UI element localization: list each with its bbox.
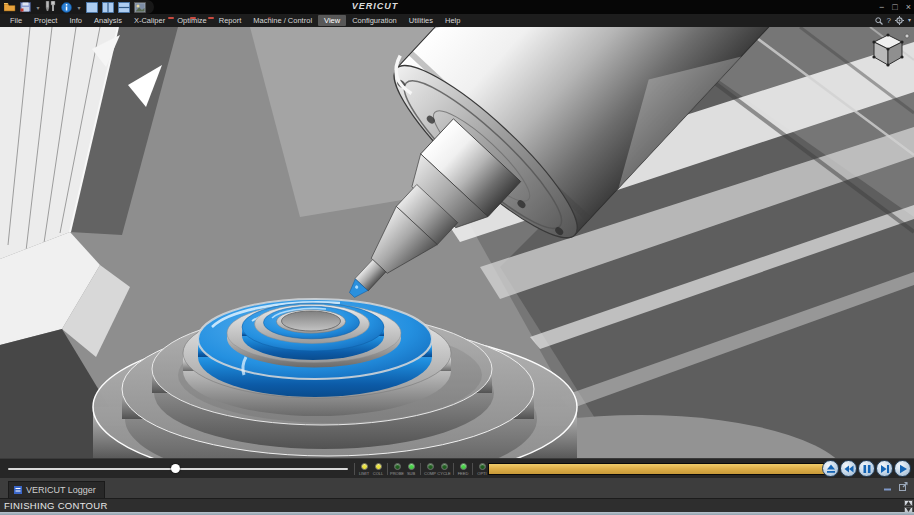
info-dropdown-icon[interactable]: ▾ <box>76 1 82 13</box>
indicator-cycle[interactable]: CYCLE <box>437 463 451 476</box>
menu-configuration[interactable]: Configuration <box>346 15 403 26</box>
layout-two-columns-icon[interactable] <box>101 1 114 13</box>
play-button[interactable] <box>894 460 911 477</box>
nc-program-progress-bar <box>488 463 828 475</box>
progress-fill <box>489 464 827 474</box>
tool-manager-icon[interactable] <box>44 1 57 13</box>
pause-button[interactable] <box>858 460 875 477</box>
layout-two-rows-icon[interactable] <box>117 1 130 13</box>
close-button[interactable]: × <box>906 0 911 14</box>
scroll-up-button[interactable] <box>904 500 913 506</box>
indicator-opti[interactable]: OPTI <box>475 463 489 476</box>
logger-icon <box>14 486 22 494</box>
menu-analysis[interactable]: Analysis <box>88 15 128 26</box>
error-tick <box>168 17 174 19</box>
error-tick <box>268 17 271 19</box>
menu-view[interactable]: View <box>318 15 346 26</box>
logger-panel-bar: VERICUT Logger <box>0 478 914 498</box>
menu-project[interactable]: Project <box>28 15 63 26</box>
indicator-comp[interactable]: COMP <box>423 463 437 476</box>
menu-x-caliper[interactable]: X-Caliper <box>128 15 171 26</box>
layout-single-view-icon[interactable] <box>85 1 98 13</box>
menu-file[interactable]: File <box>4 15 28 26</box>
menu-bar-right-icons: ? ▾ <box>875 14 911 27</box>
save-dropdown-icon[interactable]: ▾ <box>35 1 41 13</box>
capture-image-icon[interactable] <box>133 1 146 13</box>
window-controls: − □ × <box>879 0 911 14</box>
viewport-3d[interactable] <box>0 27 914 458</box>
timeline-slider[interactable] <box>8 468 348 470</box>
indicator-limit[interactable]: LIMIT <box>357 463 371 476</box>
transport-controls <box>822 460 911 477</box>
title-bar: ▾ ▾ VERICUT − □ × <box>0 0 914 14</box>
rewind-button[interactable] <box>840 460 857 477</box>
menu-machine-control[interactable]: Machine / Control <box>247 15 318 26</box>
search-icon[interactable] <box>875 17 883 25</box>
indicator-coll[interactable]: COLL <box>371 463 385 476</box>
minimize-button[interactable]: − <box>879 0 884 14</box>
playback-toolbar: LIMIT COLL PROBE SUB COMP CYCLE FEED OPT… <box>0 458 914 478</box>
info-icon[interactable] <box>60 1 73 13</box>
menu-bar: File Project Info Analysis X-Caliper Opt… <box>0 14 914 27</box>
chevron-down-icon[interactable]: ▾ <box>908 14 911 27</box>
open-project-icon[interactable] <box>3 1 16 13</box>
reset-button[interactable] <box>822 460 839 477</box>
status-bar: FINISHING CONTOUR <box>0 498 914 512</box>
status-scrollbar <box>904 500 913 512</box>
indicator-feed[interactable]: FEED <box>456 463 470 476</box>
help-icon[interactable]: ? <box>887 14 891 27</box>
menu-report[interactable]: Report <box>213 15 248 26</box>
menu-utilities[interactable]: Utilities <box>403 15 439 26</box>
vericut-window: ▾ ▾ VERICUT − □ × <box>0 0 914 515</box>
save-project-icon[interactable] <box>19 1 32 13</box>
vericut-logger-tab[interactable]: VERICUT Logger <box>8 481 105 498</box>
workpiece <box>183 299 451 416</box>
maximize-button[interactable]: □ <box>892 0 897 14</box>
quick-access-toolbar: ▾ ▾ <box>0 0 154 14</box>
error-tick <box>208 17 214 19</box>
error-tick <box>190 17 196 19</box>
menu-help[interactable]: Help <box>439 15 466 26</box>
single-step-button[interactable] <box>876 460 893 477</box>
menu-info[interactable]: Info <box>63 15 88 26</box>
status-indicators: LIMIT COLL PROBE SUB COMP CYCLE FEED OPT… <box>352 459 508 479</box>
indicator-sub[interactable]: SUB <box>404 463 418 476</box>
indicator-probe[interactable]: PROBE <box>390 463 404 476</box>
app-title: VERICUT <box>320 1 430 11</box>
logger-popout-icon[interactable] <box>899 482 908 491</box>
machine-simulation-scene <box>0 27 914 458</box>
timeline-slider-handle[interactable] <box>171 464 180 473</box>
logger-minimize-icon[interactable] <box>884 483 893 491</box>
status-message: FINISHING CONTOUR <box>4 500 108 511</box>
settings-gear-icon[interactable] <box>895 16 904 25</box>
